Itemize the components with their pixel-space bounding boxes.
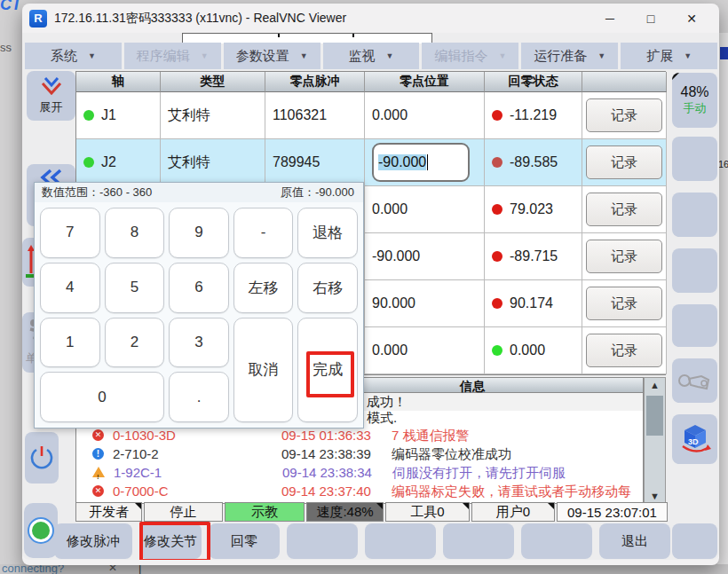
pulse-cell[interactable]: 1106321 <box>265 92 365 139</box>
zero-position-cell[interactable]: 0.000 <box>365 92 485 139</box>
key-2[interactable]: 2 <box>105 318 165 368</box>
status-user[interactable]: 用户0 <box>471 502 555 522</box>
key-6[interactable]: 6 <box>169 263 229 313</box>
log-text: 编码器标定失败，请重试或者手动移动每个轴完成标定 <box>392 482 643 504</box>
key-9[interactable]: 9 <box>169 208 229 258</box>
key-backspace[interactable]: 退格 <box>297 208 358 258</box>
key-1[interactable]: 1 <box>40 318 100 368</box>
log-code: 0-1030-3D <box>113 426 281 444</box>
type-cell[interactable]: 艾利特 <box>161 92 265 139</box>
titlebar[interactable]: R 172.16.11.31密码333333 (x11vnc) - RealVN… <box>22 4 719 33</box>
menu-item-monitor[interactable]: 监视▼ <box>323 43 420 69</box>
empty-side-button[interactable] <box>672 137 717 181</box>
deadman-switch-button[interactable] <box>24 503 58 558</box>
menu-item-system[interactable]: 系统▼ <box>25 43 122 69</box>
empty-button[interactable] <box>443 523 514 559</box>
axis-cell[interactable]: J1 <box>76 92 161 139</box>
background-number-fragment: 16 <box>718 159 728 169</box>
menu-item-parameter-settings[interactable]: 参数设置▼ <box>224 43 320 69</box>
status-speed[interactable]: 速度:48% <box>306 502 384 522</box>
empty-button[interactable] <box>365 523 436 559</box>
joystick-button[interactable] <box>672 358 717 403</box>
text-caret <box>427 154 428 170</box>
record-cell: 记录 <box>582 139 667 186</box>
zero-position-cell[interactable]: -90.000 <box>365 233 485 280</box>
key-3[interactable]: 3 <box>169 318 229 368</box>
status-stop[interactable]: 停止 <box>144 502 223 522</box>
cancel-button[interactable]: 取消 <box>233 318 294 423</box>
warning-icon <box>92 467 105 477</box>
empty-side-button[interactable] <box>672 193 717 237</box>
empty-side-button[interactable] <box>672 304 717 347</box>
power-button[interactable] <box>25 432 59 484</box>
expand-button[interactable]: 展开 <box>27 71 75 121</box>
info-scrollbar[interactable]: ▲ ▼ <box>644 377 666 504</box>
pulse-cell[interactable]: 789945 <box>265 139 365 186</box>
empty-side-button[interactable] <box>672 248 717 293</box>
maximize-button[interactable]: □ <box>630 12 671 26</box>
record-button[interactable]: 记录 <box>586 334 662 367</box>
speed-mode-button[interactable]: 48% 手动 <box>672 73 717 128</box>
log-entry[interactable]: 1-92C-1 09-14 23:38:34 伺服没有打开，请先打开伺服 <box>76 463 643 482</box>
background-navy-block <box>720 47 728 59</box>
key-8[interactable]: 8 <box>105 208 165 258</box>
record-cell: 记录 <box>582 186 667 233</box>
exit-button[interactable]: 退出 <box>599 523 670 559</box>
log-entry[interactable]: ! 2-710-2 09-14 23:38:39 编码器零位校准成功 <box>76 444 643 463</box>
log-code: 2-710-2 <box>113 444 281 463</box>
key-7[interactable]: 7 <box>40 208 100 258</box>
zero-position-input[interactable]: -90.000 <box>372 143 470 182</box>
type-cell[interactable]: 艾利特 <box>161 139 265 186</box>
record-button[interactable]: 记录 <box>586 98 662 132</box>
axis-label: J2 <box>101 154 116 170</box>
record-button[interactable]: 记录 <box>586 287 662 320</box>
mode-label: 手动 <box>684 100 707 116</box>
menu-item-extend[interactable]: 扩展▼ <box>621 43 717 69</box>
status-tool[interactable]: 工具0 <box>385 502 470 522</box>
record-button[interactable]: 记录 <box>586 193 662 226</box>
log-code: 0-7000-C <box>113 482 281 500</box>
empty-button[interactable] <box>672 523 717 559</box>
status-developer[interactable]: 开发者 <box>75 502 142 522</box>
key-dot[interactable]: . <box>169 372 229 422</box>
home-status-value: 79.023 <box>510 201 553 217</box>
log-time: 09-14 23:38:39 <box>281 444 379 463</box>
log-entry[interactable]: ✕ 0-1030-3D 09-15 01:36:33 7 栈通信报警 <box>76 426 643 444</box>
key-move-right[interactable]: 右移 <box>297 263 358 313</box>
home-status-value: -89.715 <box>510 248 558 264</box>
record-button[interactable]: 记录 <box>586 240 662 273</box>
axis-cell[interactable]: J2 <box>76 139 161 186</box>
status-bar: 开发者 停止 示教 速度:48% 工具0 用户0 09-15 23:07:01 <box>75 502 668 522</box>
record-cell: 记录 <box>582 92 667 139</box>
home-button[interactable]: 回零 <box>209 523 280 559</box>
key-5[interactable]: 5 <box>105 263 165 313</box>
home-status-cell: -11.219 <box>485 92 582 139</box>
log-text: 伺服没有打开，请先打开伺服 <box>392 463 643 482</box>
home-status-cell: -89.715 <box>485 233 582 280</box>
menu-item-run-prepare[interactable]: 运行准备▼ <box>521 43 618 69</box>
empty-button[interactable] <box>521 523 592 559</box>
record-button[interactable]: 记录 <box>586 145 662 179</box>
scroll-up-icon[interactable]: ▲ <box>645 380 665 390</box>
key-minus[interactable]: - <box>233 208 294 258</box>
key-4[interactable]: 4 <box>40 263 100 313</box>
zero-position-cell[interactable]: 0.000 <box>365 186 485 233</box>
zero-position-cell[interactable]: 0.000 <box>365 327 485 374</box>
modify-pulse-button[interactable]: 修改脉冲 <box>54 523 132 559</box>
key-move-left[interactable]: 左移 <box>233 263 294 313</box>
menu-label: 扩展 <box>646 48 673 65</box>
scroll-down-icon[interactable]: ▼ <box>645 491 665 501</box>
scrollbar-thumb[interactable] <box>646 396 663 436</box>
view-3d-button[interactable]: 3D <box>672 414 717 464</box>
close-button[interactable]: ✕ <box>671 12 712 26</box>
key-0[interactable]: 0 <box>40 372 164 422</box>
log-entry[interactable]: ✕ 0-7000-C 09-14 23:37:40 编码器标定失败，请重试或者手… <box>76 482 643 504</box>
status-teach-mode: 示教 <box>225 502 305 522</box>
zero-position-cell: -90.000 <box>365 139 485 186</box>
home-status-cell: 79.023 <box>485 186 582 233</box>
minimize-button[interactable]: ─ <box>590 12 630 26</box>
empty-button[interactable] <box>287 523 358 559</box>
chevron-down-icon: ▼ <box>386 51 394 60</box>
home-status-dot <box>492 204 502 215</box>
zero-position-cell[interactable]: 90.000 <box>365 280 485 327</box>
